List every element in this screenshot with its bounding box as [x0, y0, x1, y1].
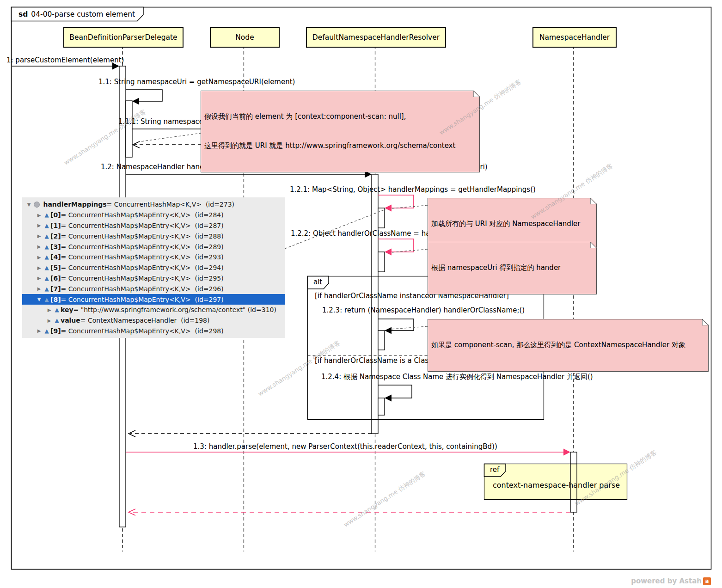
message-1-2-1-label: 1.2.1: Map<String, Object> handlerMappin… — [290, 185, 536, 194]
variable-row-entry-1[interactable]: ▶▲[1]= ConcurrentHashMap$MapEntry<K,V> (… — [22, 220, 285, 231]
expand-icon[interactable]: ▶ — [35, 265, 43, 270]
lifeline-label: Node — [235, 33, 254, 42]
instance-icon: ▲ — [43, 212, 50, 218]
instance-icon: ▲ — [53, 317, 61, 324]
variable-name: [2] — [50, 233, 61, 240]
debugger-variables-panel: ▼ handlerMappings= ConcurrentHashMap<K,V… — [22, 197, 285, 338]
variable-name: [7] — [50, 285, 61, 293]
variable-row-entry-6[interactable]: ▶▲[6]= ConcurrentHashMap$MapEntry<K,V> (… — [22, 273, 285, 284]
variable-name: [8] — [50, 296, 61, 303]
powered-by-astah: powered by Astah a — [631, 577, 711, 585]
instance-icon: ▲ — [43, 264, 50, 271]
variable-name: [0] — [50, 211, 61, 219]
message-1-2-4-label: 1.2.4: 根据 Namespace Class Name 进行实例化得到 N… — [321, 373, 593, 381]
variable-name: [5] — [50, 264, 61, 271]
variable-value: = ConcurrentHashMap$MapEntry<K,V> (id=29… — [61, 253, 224, 261]
variable-name: [9] — [50, 327, 61, 335]
variable-row-value[interactable]: ▶▲value= ContextNamespaceHandler (id=198… — [22, 315, 285, 326]
variable-name: key — [61, 306, 73, 313]
alt-operator-label: alt — [313, 278, 322, 286]
expand-icon[interactable]: ▶ — [35, 213, 43, 218]
variable-row-key[interactable]: ▶▲key= "http://www.springframework.org/s… — [22, 305, 285, 315]
lifeline-label: BeanDefinitionParserDelegate — [69, 33, 177, 42]
note-element-uri-assumption: 假设我们当前的 element 为 [context:component-sca… — [201, 91, 480, 172]
expand-icon[interactable]: ▼ — [25, 202, 33, 207]
variable-value: = ConcurrentHashMap$MapEntry<K,V> (id=29… — [61, 296, 224, 303]
ref-interaction-name: context-namespace-handler parse — [493, 481, 620, 490]
variable-row-entry-9[interactable]: ▶▲[9]= ConcurrentHashMap$MapEntry<K,V> (… — [22, 326, 285, 337]
message-1-2-3-label: 1.2.3: return (NamespaceHandler) handler… — [322, 306, 525, 314]
variable-value: = ConcurrentHashMap<K,V> (id=273) — [107, 201, 234, 208]
message-1-1-label: 1.1: String namespaceUri = getNamespaceU… — [98, 78, 295, 86]
variable-name: [6] — [50, 275, 61, 282]
variable-row-entry-5[interactable]: ▶▲[5]= ConcurrentHashMap$MapEntry<K,V> (… — [22, 263, 285, 273]
instance-icon: ▲ — [43, 233, 50, 239]
variable-value: = ConcurrentHashMap$MapEntry<K,V> (id=29… — [61, 285, 224, 293]
lifeline-label: DefaultNamespaceHandlerResolver — [312, 33, 440, 42]
variable-row-handler-mappings[interactable]: ▼ handlerMappings= ConcurrentHashMap<K,V… — [22, 199, 285, 210]
instance-icon: ▲ — [43, 244, 50, 250]
frame-keyword: sd — [18, 10, 28, 18]
note-line: 加载所有的与 URI 对应的 NamespaceHandler — [431, 219, 592, 229]
variable-name: handlerMappings — [43, 201, 106, 208]
variable-row-entry-4[interactable]: ▶▲[4]= ConcurrentHashMap$MapEntry<K,V> (… — [22, 252, 285, 263]
variable-row-entry-2[interactable]: ▶▲[2]= ConcurrentHashMap$MapEntry<K,V> (… — [22, 231, 285, 241]
expand-icon[interactable]: ▶ — [35, 244, 43, 249]
note-get-handler-by-uri: 根据 namespaceUri 得到指定的 hander — [428, 242, 597, 294]
expand-icon[interactable]: ▶ — [35, 223, 43, 228]
instance-icon: ▲ — [43, 296, 50, 303]
note-line: 假设我们当前的 element 为 [context:component-sca… — [204, 112, 475, 122]
variable-value: = ConcurrentHashMap$MapEntry<K,V> (id=28… — [61, 211, 224, 219]
expand-icon[interactable]: ▼ — [35, 297, 43, 302]
variable-name: [3] — [50, 243, 61, 251]
message-1-3-label: 1.3: handler.parse(element, new ParserCo… — [193, 442, 497, 451]
expand-icon[interactable]: ▶ — [35, 255, 43, 260]
instance-icon: ▲ — [53, 306, 61, 313]
note-line: 如果是 component-scan, 那么这里得到的是 ContextName… — [431, 340, 704, 350]
variable-row-entry-3[interactable]: ▶▲[3]= ConcurrentHashMap$MapEntry<K,V> (… — [22, 241, 285, 252]
variable-name: [4] — [50, 253, 61, 261]
instance-icon: ▲ — [43, 275, 50, 282]
variable-row-entry-7[interactable]: ▶▲[7]= ConcurrentHashMap$MapEntry<K,V> (… — [22, 283, 285, 294]
variable-value: = ContextNamespaceHandler (id=198) — [80, 317, 210, 324]
instance-icon: ▲ — [43, 254, 50, 260]
note-line: 这里得到的就是 URI 就是 http://www.springframewor… — [204, 141, 475, 151]
lifeline-head-namespace-handler: NamespaceHandler — [532, 27, 617, 48]
lifeline-head-bean-definition-parser-delegate: BeanDefinitionParserDelegate — [63, 27, 184, 48]
variable-name: value — [61, 317, 80, 324]
note-context-namespace-handler-object: 如果是 component-scan, 那么这里得到的是 ContextName… — [428, 319, 709, 372]
variable-value: = ConcurrentHashMap$MapEntry<K,V> (id=29… — [61, 264, 224, 271]
object-icon — [34, 202, 40, 208]
variable-name: [1] — [50, 222, 61, 229]
variable-row-entry-0[interactable]: ▶▲[0]= ConcurrentHashMap$MapEntry<K,V> (… — [22, 210, 285, 220]
variable-value: = ConcurrentHashMap$MapEntry<K,V> (id=29… — [61, 275, 224, 282]
diagram-frame-title: sd04-00-parse custom element — [18, 10, 135, 18]
instance-icon: ▲ — [43, 328, 50, 334]
variable-value: = "http://www.springframework.org/schema… — [73, 306, 276, 313]
variable-value: = ConcurrentHashMap$MapEntry<K,V> (id=28… — [61, 222, 224, 229]
expand-icon[interactable]: ▶ — [35, 276, 43, 281]
variable-value: = ConcurrentHashMap$MapEntry<K,V> (id=28… — [61, 243, 224, 251]
variable-value: = ConcurrentHashMap$MapEntry<K,V> (id=28… — [61, 233, 224, 240]
note-line: 根据 namespaceUri 得到指定的 hander — [431, 263, 592, 273]
variable-row-entry-8-selected[interactable]: ▼▲[8]= ConcurrentHashMap$MapEntry<K,V> (… — [22, 294, 285, 305]
lifeline-head-node: Node — [210, 27, 280, 48]
astah-logo-icon: a — [703, 577, 711, 585]
message-1-label: 1: parseCustomElement(element) — [6, 56, 124, 64]
expand-icon[interactable]: ▶ — [45, 307, 53, 312]
lifeline-label: NamespaceHandler — [539, 33, 610, 42]
expand-icon[interactable]: ▶ — [35, 286, 43, 291]
frame-title-text: 04-00-parse custom element — [31, 10, 135, 18]
variable-value: = ConcurrentHashMap$MapEntry<K,V> (id=29… — [61, 327, 224, 335]
instance-icon: ▲ — [43, 286, 50, 292]
ref-operator-label: ref — [490, 466, 499, 474]
expand-icon[interactable]: ▶ — [45, 318, 53, 323]
instance-icon: ▲ — [43, 222, 50, 229]
powered-by-text: powered by Astah — [631, 577, 702, 585]
expand-icon[interactable]: ▶ — [35, 328, 43, 333]
expand-icon[interactable]: ▶ — [35, 233, 43, 239]
lifeline-head-default-namespace-handler-resolver: DefaultNamespaceHandlerResolver — [306, 27, 446, 48]
